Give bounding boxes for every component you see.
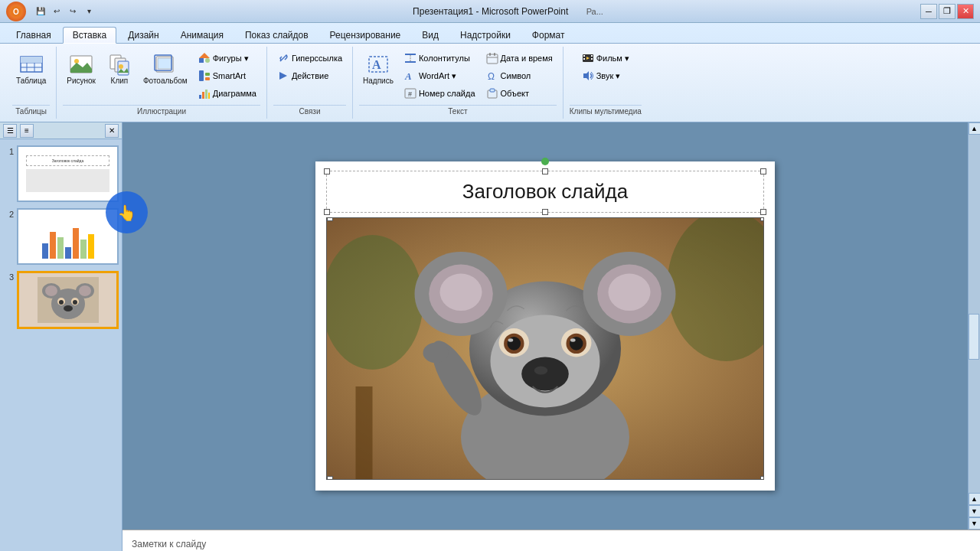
scroll-track[interactable] bbox=[969, 135, 980, 493]
minimize-button[interactable]: ─ bbox=[920, 4, 937, 19]
scroll-down-btn[interactable]: ▼ bbox=[969, 517, 981, 530]
handle-bl-title[interactable] bbox=[324, 209, 330, 215]
shapes-col: Фигуры ▾ SmartArt bbox=[194, 50, 260, 102]
title-rotate-handle[interactable] bbox=[541, 158, 549, 165]
handle-tr-img[interactable] bbox=[760, 217, 764, 221]
slide-view-btn2[interactable]: ≡ bbox=[20, 124, 34, 138]
group-text: A Надпись Колонтитулы bbox=[353, 47, 564, 119]
svg-point-84 bbox=[521, 357, 569, 391]
action-label: Действие bbox=[292, 71, 328, 80]
save-button[interactable]: 💾 bbox=[34, 5, 47, 18]
svg-point-56 bbox=[45, 285, 57, 296]
ribbon: Главная Вставка Дизайн Анимация Показ сл… bbox=[0, 23, 980, 122]
scroll-expand-btn1[interactable]: ▲ bbox=[969, 493, 981, 505]
panel-toolbar: ☰ ≡ ✕ bbox=[0, 122, 122, 139]
tab-addins[interactable]: Надстройки bbox=[450, 27, 521, 43]
chart-button[interactable]: Диаграмма bbox=[194, 85, 260, 102]
vertical-scrollbar: ▲ ▲ ▼ ▼ bbox=[968, 122, 980, 530]
notes-area[interactable]: Заметки к слайду bbox=[122, 530, 980, 551]
handle-br-img[interactable] bbox=[760, 476, 764, 480]
action-button[interactable]: Действие bbox=[273, 67, 346, 84]
object-button[interactable]: Объект bbox=[482, 85, 557, 102]
handle-tm-img[interactable] bbox=[327, 217, 333, 221]
sound-button[interactable]: Звук ▾ bbox=[578, 67, 633, 84]
slide-canvas: Заголовок слайда bbox=[315, 161, 775, 491]
svg-point-83 bbox=[570, 338, 576, 341]
svg-point-61 bbox=[73, 300, 77, 305]
datetime-button[interactable]: Дата и время bbox=[482, 50, 557, 67]
sound-label: Звук ▾ bbox=[596, 71, 621, 81]
shapes-button[interactable]: Фигуры ▾ bbox=[194, 50, 260, 67]
panel-close-btn[interactable]: ✕ bbox=[105, 124, 119, 138]
redo-button[interactable]: ↪ bbox=[66, 5, 80, 18]
svg-text:#: # bbox=[408, 90, 412, 98]
svg-rect-48 bbox=[591, 55, 593, 57]
tab-insert[interactable]: Вставка bbox=[63, 27, 117, 44]
handle-tl-title[interactable] bbox=[324, 168, 330, 174]
textbox-button[interactable]: A Надпись bbox=[359, 50, 397, 88]
svg-text:A: A bbox=[404, 70, 412, 82]
table-icon bbox=[19, 52, 44, 77]
media-col: Фильм ▾ Звук ▾ bbox=[578, 50, 633, 84]
slide-num-2: 2 bbox=[3, 208, 14, 219]
restore-button[interactable]: ❐ bbox=[939, 4, 956, 19]
handle-tm-title[interactable] bbox=[542, 168, 548, 174]
slide-item-3[interactable]: 3 bbox=[3, 271, 119, 329]
svg-point-79 bbox=[508, 338, 514, 341]
tab-home[interactable]: Главная bbox=[6, 27, 61, 43]
scroll-up-btn[interactable]: ▲ bbox=[969, 122, 981, 135]
clip-button[interactable]: Клип bbox=[103, 50, 136, 88]
header-button[interactable]: Колонтитулы bbox=[400, 50, 479, 67]
photoalbum-button[interactable]: Фотоальбом bbox=[139, 50, 191, 88]
office-button[interactable]: O bbox=[6, 2, 26, 21]
close-button[interactable]: ✕ bbox=[957, 4, 974, 19]
tab-design[interactable]: Дизайн bbox=[118, 27, 168, 43]
title-bar-left: O 💾 ↩ ↪ ▾ bbox=[6, 2, 96, 21]
picture-button[interactable]: Рисунок bbox=[63, 50, 100, 88]
slide-item-1[interactable]: 1 Заголовок слайда bbox=[3, 145, 119, 202]
film-button[interactable]: Фильм ▾ bbox=[578, 50, 633, 67]
photoalbum-label: Фотоальбом bbox=[143, 77, 188, 86]
slide-canvas-wrap: Заголовок слайда bbox=[122, 122, 968, 530]
tab-format[interactable]: Формат bbox=[522, 27, 575, 43]
slide-title-container[interactable]: Заголовок слайда bbox=[326, 171, 764, 213]
tab-view[interactable]: Вид bbox=[412, 27, 449, 43]
smartart-label: SmartArt bbox=[213, 71, 246, 80]
slide-item-2[interactable]: 2 bbox=[3, 208, 119, 265]
symbol-button[interactable]: Ω Символ bbox=[482, 67, 557, 84]
svg-rect-44 bbox=[490, 89, 495, 92]
handle-bm-title[interactable] bbox=[542, 209, 548, 215]
group-media: Фильм ▾ Звук ▾ Клипы мультимедиа bbox=[564, 47, 648, 119]
handle-tr-title[interactable] bbox=[760, 168, 766, 174]
slide-view-btn1[interactable]: ☰ bbox=[3, 124, 17, 138]
scroll-expand-btn2[interactable]: ▼ bbox=[969, 505, 981, 517]
handle-br-title[interactable] bbox=[760, 209, 766, 215]
scroll-thumb[interactable] bbox=[969, 314, 979, 360]
tab-slideshow[interactable]: Показ слайдов bbox=[235, 27, 318, 43]
wordart-button[interactable]: A WordArt ▾ bbox=[400, 67, 479, 84]
undo-button[interactable]: ↩ bbox=[50, 5, 64, 18]
picture-icon bbox=[69, 52, 93, 77]
table-button[interactable]: Таблица bbox=[12, 50, 50, 88]
symbol-label: Символ bbox=[501, 71, 531, 80]
svg-rect-66 bbox=[356, 386, 373, 479]
hyperlink-button[interactable]: Гиперссылка bbox=[273, 50, 346, 67]
slide-image-container[interactable] bbox=[326, 217, 764, 480]
svg-point-73 bbox=[440, 274, 482, 311]
slidenum-button[interactable]: # Номер слайда bbox=[400, 85, 479, 102]
svg-rect-46 bbox=[583, 55, 585, 57]
table-label: Таблица bbox=[16, 77, 46, 86]
picture-label: Рисунок bbox=[67, 77, 96, 86]
svg-rect-23 bbox=[205, 77, 210, 80]
group-illustrations: Рисунок Клип bbox=[57, 47, 267, 119]
handle-bm-img[interactable] bbox=[327, 476, 333, 480]
smartart-button[interactable]: SmartArt bbox=[194, 67, 260, 84]
svg-point-57 bbox=[79, 285, 91, 296]
quickaccess-dropdown[interactable]: ▾ bbox=[82, 5, 96, 18]
group-media-content: Фильм ▾ Звук ▾ bbox=[578, 50, 633, 102]
shapes-label: Фигуры ▾ bbox=[213, 54, 249, 64]
koala-image bbox=[327, 218, 763, 479]
tab-review[interactable]: Рецензирование bbox=[320, 27, 411, 43]
tab-animation[interactable]: Анимация bbox=[171, 27, 234, 43]
svg-line-28 bbox=[282, 57, 285, 60]
